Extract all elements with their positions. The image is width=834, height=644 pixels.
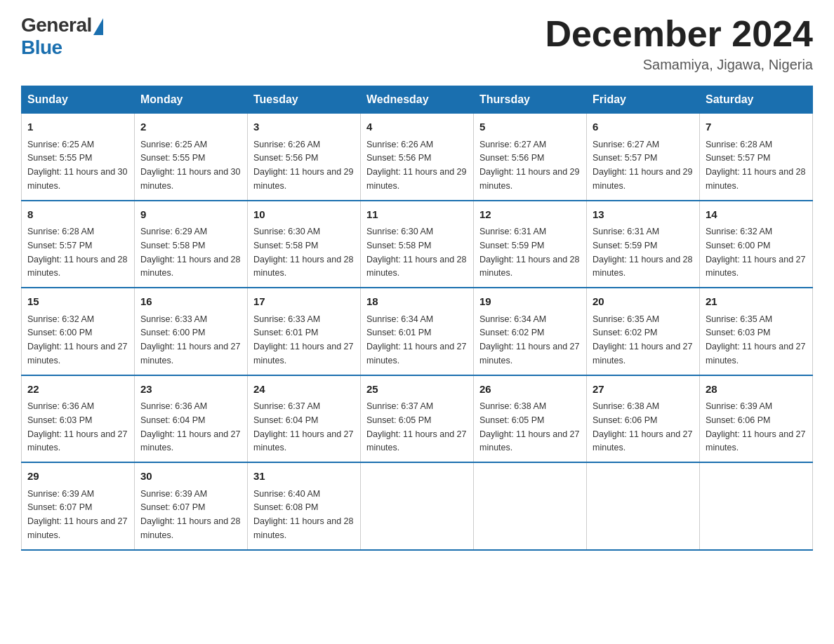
column-header-sunday: Sunday — [22, 86, 135, 114]
day-info: Sunrise: 6:31 AMSunset: 5:59 PMDaylight:… — [479, 227, 579, 278]
week-row-1: 1Sunrise: 6:25 AMSunset: 5:55 PMDaylight… — [22, 114, 813, 201]
day-info: Sunrise: 6:36 AMSunset: 6:03 PMDaylight:… — [27, 401, 127, 452]
page-header: General Blue December 2024 Samamiya, Jig… — [21, 14, 813, 73]
day-number: 11 — [366, 207, 468, 223]
calendar-cell: 31Sunrise: 6:40 AMSunset: 6:08 PMDayligh… — [248, 462, 361, 550]
logo-general-text: General — [21, 14, 92, 36]
logo: General Blue — [21, 14, 103, 59]
calendar-cell: 15Sunrise: 6:32 AMSunset: 6:00 PMDayligh… — [22, 288, 135, 375]
day-number: 4 — [366, 119, 468, 135]
day-info: Sunrise: 6:39 AMSunset: 6:06 PMDaylight:… — [706, 401, 805, 452]
calendar-cell: 9Sunrise: 6:29 AMSunset: 5:58 PMDaylight… — [135, 201, 248, 288]
calendar-cell — [700, 462, 813, 550]
day-number: 3 — [253, 119, 355, 135]
day-number: 29 — [27, 469, 128, 485]
calendar-cell: 30Sunrise: 6:39 AMSunset: 6:07 PMDayligh… — [135, 462, 248, 550]
calendar-cell: 8Sunrise: 6:28 AMSunset: 5:57 PMDaylight… — [22, 201, 135, 288]
day-number: 17 — [253, 294, 355, 310]
title-block: December 2024 Samamiya, Jigawa, Nigeria — [545, 14, 813, 73]
day-info: Sunrise: 6:35 AMSunset: 6:03 PMDaylight:… — [706, 314, 805, 365]
calendar-cell: 27Sunrise: 6:38 AMSunset: 6:06 PMDayligh… — [587, 375, 700, 463]
calendar-cell: 14Sunrise: 6:32 AMSunset: 6:00 PMDayligh… — [700, 201, 813, 288]
calendar-cell — [474, 462, 587, 550]
day-number: 25 — [366, 382, 468, 398]
day-info: Sunrise: 6:27 AMSunset: 5:56 PMDaylight:… — [479, 140, 579, 191]
calendar-cell: 18Sunrise: 6:34 AMSunset: 6:01 PMDayligh… — [361, 288, 474, 375]
day-info: Sunrise: 6:34 AMSunset: 6:01 PMDaylight:… — [366, 314, 466, 365]
day-info: Sunrise: 6:25 AMSunset: 5:55 PMDaylight:… — [27, 140, 127, 191]
calendar-cell: 7Sunrise: 6:28 AMSunset: 5:57 PMDaylight… — [700, 114, 813, 201]
calendar-cell: 16Sunrise: 6:33 AMSunset: 6:00 PMDayligh… — [135, 288, 248, 375]
day-number: 15 — [27, 294, 128, 310]
column-header-tuesday: Tuesday — [248, 86, 361, 114]
week-row-2: 8Sunrise: 6:28 AMSunset: 5:57 PMDaylight… — [22, 201, 813, 288]
day-number: 23 — [140, 382, 241, 398]
day-number: 8 — [27, 207, 128, 223]
day-info: Sunrise: 6:26 AMSunset: 5:56 PMDaylight:… — [366, 140, 466, 191]
day-info: Sunrise: 6:29 AMSunset: 5:58 PMDaylight:… — [140, 227, 240, 278]
calendar-cell: 6Sunrise: 6:27 AMSunset: 5:57 PMDaylight… — [587, 114, 700, 201]
calendar-cell: 1Sunrise: 6:25 AMSunset: 5:55 PMDaylight… — [22, 114, 135, 201]
week-row-4: 22Sunrise: 6:36 AMSunset: 6:03 PMDayligh… — [22, 375, 813, 463]
day-number: 19 — [479, 294, 581, 310]
calendar-cell — [587, 462, 700, 550]
day-info: Sunrise: 6:28 AMSunset: 5:57 PMDaylight:… — [706, 140, 805, 191]
day-number: 5 — [479, 119, 581, 135]
day-number: 26 — [479, 382, 581, 398]
calendar-table: SundayMondayTuesdayWednesdayThursdayFrid… — [21, 86, 813, 551]
column-header-thursday: Thursday — [474, 86, 587, 114]
day-info: Sunrise: 6:32 AMSunset: 6:00 PMDaylight:… — [706, 227, 805, 278]
calendar-cell: 2Sunrise: 6:25 AMSunset: 5:55 PMDaylight… — [135, 114, 248, 201]
column-header-monday: Monday — [135, 86, 248, 114]
day-number: 10 — [253, 207, 355, 223]
calendar-cell: 24Sunrise: 6:37 AMSunset: 6:04 PMDayligh… — [248, 375, 361, 463]
calendar-cell: 13Sunrise: 6:31 AMSunset: 5:59 PMDayligh… — [587, 201, 700, 288]
day-info: Sunrise: 6:37 AMSunset: 6:05 PMDaylight:… — [366, 401, 466, 452]
week-row-3: 15Sunrise: 6:32 AMSunset: 6:00 PMDayligh… — [22, 288, 813, 375]
calendar-cell: 19Sunrise: 6:34 AMSunset: 6:02 PMDayligh… — [474, 288, 587, 375]
calendar-cell: 3Sunrise: 6:26 AMSunset: 5:56 PMDaylight… — [248, 114, 361, 201]
day-number: 9 — [140, 207, 241, 223]
calendar-header-row: SundayMondayTuesdayWednesdayThursdayFrid… — [22, 86, 813, 114]
week-row-5: 29Sunrise: 6:39 AMSunset: 6:07 PMDayligh… — [22, 462, 813, 550]
day-info: Sunrise: 6:30 AMSunset: 5:58 PMDaylight:… — [253, 227, 353, 278]
calendar-cell — [361, 462, 474, 550]
day-info: Sunrise: 6:32 AMSunset: 6:00 PMDaylight:… — [27, 314, 127, 365]
column-header-saturday: Saturday — [700, 86, 813, 114]
day-info: Sunrise: 6:36 AMSunset: 6:04 PMDaylight:… — [140, 401, 240, 452]
day-info: Sunrise: 6:35 AMSunset: 6:02 PMDaylight:… — [593, 314, 692, 365]
day-number: 6 — [593, 119, 694, 135]
calendar-cell: 22Sunrise: 6:36 AMSunset: 6:03 PMDayligh… — [22, 375, 135, 463]
calendar-cell: 25Sunrise: 6:37 AMSunset: 6:05 PMDayligh… — [361, 375, 474, 463]
calendar-cell: 11Sunrise: 6:30 AMSunset: 5:58 PMDayligh… — [361, 201, 474, 288]
day-number: 7 — [706, 119, 807, 135]
day-info: Sunrise: 6:34 AMSunset: 6:02 PMDaylight:… — [479, 314, 579, 365]
day-info: Sunrise: 6:38 AMSunset: 6:05 PMDaylight:… — [479, 401, 579, 452]
logo-blue-text: Blue — [21, 36, 62, 59]
day-number: 31 — [253, 469, 355, 485]
day-number: 27 — [593, 382, 694, 398]
calendar-cell: 23Sunrise: 6:36 AMSunset: 6:04 PMDayligh… — [135, 375, 248, 463]
day-number: 21 — [706, 294, 807, 310]
day-number: 13 — [593, 207, 694, 223]
logo-triangle-icon — [93, 18, 103, 35]
calendar-cell: 29Sunrise: 6:39 AMSunset: 6:07 PMDayligh… — [22, 462, 135, 550]
calendar-cell: 21Sunrise: 6:35 AMSunset: 6:03 PMDayligh… — [700, 288, 813, 375]
day-number: 24 — [253, 382, 355, 398]
day-info: Sunrise: 6:33 AMSunset: 6:00 PMDaylight:… — [140, 314, 240, 365]
calendar-cell: 5Sunrise: 6:27 AMSunset: 5:56 PMDaylight… — [474, 114, 587, 201]
day-number: 20 — [593, 294, 694, 310]
day-info: Sunrise: 6:39 AMSunset: 6:07 PMDaylight:… — [27, 489, 127, 540]
day-info: Sunrise: 6:28 AMSunset: 5:57 PMDaylight:… — [27, 227, 127, 278]
day-info: Sunrise: 6:31 AMSunset: 5:59 PMDaylight:… — [593, 227, 692, 278]
calendar-cell: 12Sunrise: 6:31 AMSunset: 5:59 PMDayligh… — [474, 201, 587, 288]
day-info: Sunrise: 6:27 AMSunset: 5:57 PMDaylight:… — [593, 140, 692, 191]
day-number: 28 — [706, 382, 807, 398]
day-number: 16 — [140, 294, 241, 310]
day-info: Sunrise: 6:39 AMSunset: 6:07 PMDaylight:… — [140, 489, 240, 540]
day-info: Sunrise: 6:40 AMSunset: 6:08 PMDaylight:… — [253, 489, 353, 540]
column-header-wednesday: Wednesday — [361, 86, 474, 114]
day-number: 18 — [366, 294, 468, 310]
day-info: Sunrise: 6:38 AMSunset: 6:06 PMDaylight:… — [593, 401, 692, 452]
day-info: Sunrise: 6:33 AMSunset: 6:01 PMDaylight:… — [253, 314, 353, 365]
